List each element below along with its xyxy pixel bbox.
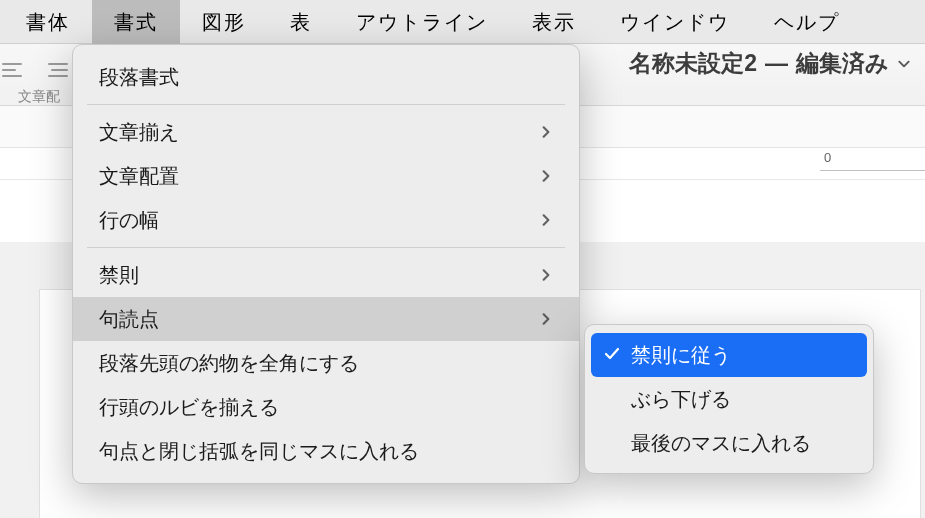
sub-last-cell[interactable]: 最後のマスに入れる (591, 421, 867, 465)
sub-label: ぶら下げる (631, 388, 731, 410)
dd-label: 行の幅 (99, 198, 159, 242)
dd-label: 段落書式 (99, 55, 179, 99)
ruler-tick-0: 0 (824, 150, 831, 165)
dd-separator (87, 247, 565, 248)
menu-help[interactable]: ヘルプ (752, 0, 862, 44)
sub-hang[interactable]: ぶら下げる (591, 377, 867, 421)
dd-ruby-align[interactable]: 行頭のルビを揃える (73, 385, 579, 429)
doc-sep: — (765, 50, 788, 77)
menu-window[interactable]: ウインドウ (598, 0, 752, 44)
chevron-right-icon (539, 312, 553, 326)
sub-label: 禁則に従う (631, 344, 731, 366)
document-title[interactable]: 名称未設定2 — 編集済み (629, 48, 911, 79)
dd-label: 文章揃え (99, 110, 179, 154)
chevron-right-icon (539, 268, 553, 282)
dd-label: 段落先頭の約物を全角にする (99, 341, 359, 385)
menu-outline[interactable]: アウトライン (334, 0, 510, 44)
dd-paragraph-format[interactable]: 段落書式 (73, 55, 579, 99)
dd-punctuation[interactable]: 句読点 (73, 297, 579, 341)
menu-format[interactable]: 書式 (92, 0, 180, 44)
menu-shape[interactable]: 図形 (180, 0, 268, 44)
menu-table[interactable]: 表 (268, 0, 334, 44)
chevron-down-icon (897, 57, 911, 71)
sub-label: 最後のマスに入れる (631, 432, 811, 454)
align-icon[interactable] (0, 60, 24, 80)
align2-icon[interactable] (46, 60, 70, 80)
toolbar-icons (0, 60, 70, 80)
punctuation-submenu: 禁則に従う ぶら下げる 最後のマスに入れる (584, 324, 874, 474)
dd-text-align[interactable]: 文章揃え (73, 110, 579, 154)
dd-separator (87, 104, 565, 105)
doc-status: 編集済み (796, 48, 889, 79)
dd-label: 行頭のルビを揃える (99, 385, 279, 429)
sub-follow-kinsoku[interactable]: 禁則に従う (591, 333, 867, 377)
dd-label: 文章配置 (99, 154, 179, 198)
dd-kinsoku[interactable]: 禁則 (73, 253, 579, 297)
dd-text-placement[interactable]: 文章配置 (73, 154, 579, 198)
check-icon (603, 345, 621, 363)
menubar: 書体 書式 図形 表 アウトライン 表示 ウインドウ ヘルプ (0, 0, 925, 44)
format-dropdown: 段落書式 文章揃え 文章配置 行の幅 禁則 句読点 段落先頭の約物を全角にする … (72, 44, 580, 484)
chevron-right-icon (539, 213, 553, 227)
dd-kuten-bracket-same-cell[interactable]: 句点と閉じ括弧を同じマスに入れる (73, 429, 579, 473)
chevron-right-icon (539, 125, 553, 139)
dd-label: 禁則 (99, 253, 139, 297)
doc-name: 名称未設定2 (629, 48, 757, 79)
toolbar-label: 文章配 (18, 88, 60, 106)
dd-fullwidth-yakumono[interactable]: 段落先頭の約物を全角にする (73, 341, 579, 385)
menu-font[interactable]: 書体 (4, 0, 92, 44)
dd-line-width[interactable]: 行の幅 (73, 198, 579, 242)
dd-label: 句点と閉じ括弧を同じマスに入れる (99, 429, 419, 473)
menu-view[interactable]: 表示 (510, 0, 598, 44)
chevron-right-icon (539, 169, 553, 183)
dd-label: 句読点 (99, 297, 159, 341)
